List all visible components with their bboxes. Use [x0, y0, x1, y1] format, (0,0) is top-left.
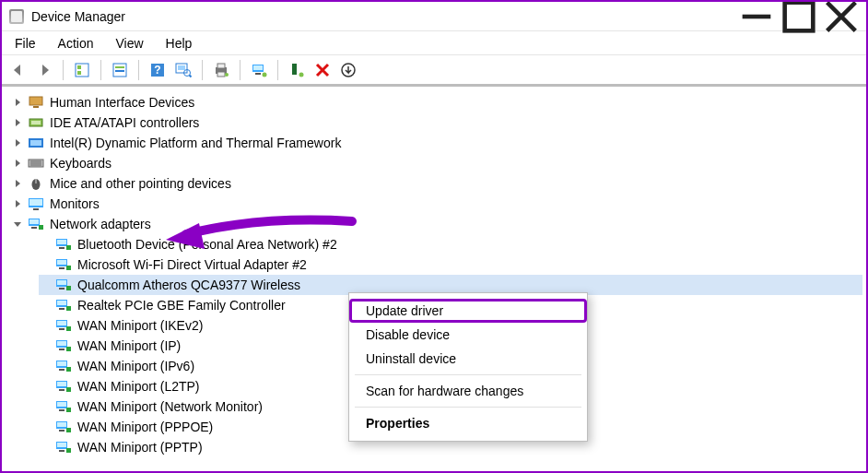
tree-category[interactable]: IDE ATA/ATAPI controllers	[11, 112, 862, 133]
svg-rect-28	[33, 106, 39, 108]
tree-label: Network adapters	[50, 217, 151, 231]
svg-rect-51	[57, 260, 66, 265]
tree-spacer	[39, 258, 52, 271]
svg-rect-57	[66, 286, 71, 290]
show-hide-tree-button[interactable]	[71, 59, 93, 81]
tree-label: WAN Miniport (L2TP)	[77, 379, 200, 394]
tree-category[interactable]: Monitors	[11, 194, 862, 214]
svg-rect-9	[115, 70, 124, 72]
disable-device-icon[interactable]	[337, 59, 359, 81]
svg-text:?: ?	[154, 64, 160, 77]
tree-spacer	[39, 339, 52, 352]
network-adapter-icon	[55, 278, 72, 292]
svg-rect-49	[66, 245, 71, 250]
svg-rect-89	[66, 448, 71, 453]
svg-rect-1	[785, 2, 814, 30]
svg-rect-83	[57, 422, 66, 427]
tree-label: WAN Miniport (IKEv2)	[77, 318, 203, 333]
svg-rect-87	[57, 443, 66, 447]
properties-button[interactable]	[109, 59, 131, 81]
network-adapter-icon	[28, 217, 44, 231]
tree-category-network-adapters[interactable]: Network adapters	[11, 214, 862, 234]
svg-rect-68	[59, 349, 65, 350]
menu-view[interactable]: View	[106, 34, 152, 53]
svg-rect-5	[77, 65, 81, 69]
svg-rect-79	[57, 402, 66, 407]
tree-category[interactable]: Mice and other pointing devices	[11, 173, 862, 194]
network-adapter-icon	[55, 440, 72, 455]
svg-rect-27	[29, 97, 42, 105]
close-button[interactable]	[820, 3, 862, 30]
ctx-uninstall-device[interactable]: Uninstall device	[349, 347, 587, 371]
maximize-button[interactable]	[778, 3, 820, 30]
menu-file[interactable]: File	[6, 34, 45, 53]
titlebar: Device Manager	[2, 2, 866, 31]
tree-label: WAN Miniport (Network Monitor)	[77, 399, 263, 414]
tree-category[interactable]: Keyboards	[11, 153, 862, 173]
tree-spacer	[39, 380, 52, 393]
tree-spacer	[39, 319, 52, 332]
chevron-right-icon[interactable]	[11, 157, 24, 170]
svg-rect-30	[31, 121, 41, 124]
enable-device-icon[interactable]	[286, 59, 308, 81]
print-icon[interactable]	[210, 59, 232, 81]
svg-rect-48	[59, 247, 65, 249]
tree-label: WAN Miniport (IPv6)	[77, 359, 194, 373]
tree-category[interactable]: Intel(R) Dynamic Platform and Thermal Fr…	[11, 133, 862, 153]
svg-point-23	[263, 72, 267, 77]
chevron-down-icon[interactable]	[11, 218, 24, 231]
context-menu: Update driver Disable device Uninstall d…	[348, 292, 588, 442]
svg-rect-17	[217, 64, 225, 68]
intel-icon	[28, 136, 44, 150]
monitor-icon	[28, 196, 44, 211]
tree-label: Mice and other pointing devices	[50, 176, 231, 191]
network-adapter-icon	[55, 399, 72, 414]
svg-rect-71	[57, 361, 66, 366]
tree-label: Intel(R) Dynamic Platform and Thermal Fr…	[50, 136, 341, 150]
uninstall-device-icon[interactable]	[311, 59, 334, 81]
svg-rect-45	[39, 225, 43, 230]
svg-rect-41	[33, 208, 39, 210]
tree-device[interactable]: Microsoft Wi-Fi Direct Virtual Adapter #…	[39, 254, 862, 275]
chevron-right-icon[interactable]	[11, 116, 24, 129]
svg-rect-72	[59, 369, 65, 371]
svg-rect-21	[253, 65, 263, 70]
svg-rect-40	[29, 199, 42, 206]
svg-rect-24	[292, 64, 297, 75]
ctx-separator	[355, 374, 581, 375]
svg-rect-32	[30, 140, 41, 146]
chevron-right-icon[interactable]	[11, 96, 24, 109]
update-driver-icon[interactable]	[248, 59, 270, 81]
svg-rect-88	[59, 450, 65, 452]
minimize-button[interactable]	[735, 3, 778, 30]
help-icon[interactable]: ?	[147, 59, 169, 81]
window-title: Device Manager	[31, 9, 125, 24]
tree-label: WAN Miniport (PPPOE)	[77, 420, 213, 434]
svg-rect-85	[66, 428, 71, 432]
network-adapter-icon	[55, 338, 72, 353]
chevron-right-icon[interactable]	[11, 177, 24, 190]
svg-line-15	[190, 75, 192, 77]
svg-rect-75	[57, 382, 66, 386]
scan-hardware-button[interactable]	[172, 59, 194, 81]
annotation-arrow	[158, 214, 361, 251]
network-adapter-icon	[55, 359, 72, 373]
svg-rect-67	[57, 341, 66, 346]
ctx-properties[interactable]: Properties	[349, 411, 587, 435]
svg-rect-56	[59, 288, 65, 290]
forward-button[interactable]	[33, 59, 55, 81]
back-button[interactable]	[7, 59, 29, 81]
svg-rect-22	[255, 73, 261, 75]
svg-rect-59	[57, 301, 66, 305]
chevron-right-icon[interactable]	[11, 136, 24, 149]
ctx-disable-device[interactable]: Disable device	[349, 323, 587, 347]
ctx-update-driver[interactable]: Update driver	[349, 299, 587, 323]
ctx-scan-hardware[interactable]: Scan for hardware changes	[349, 379, 587, 403]
network-adapter-icon	[55, 237, 72, 252]
chevron-right-icon[interactable]	[11, 197, 24, 210]
menu-help[interactable]: Help	[157, 34, 202, 53]
svg-rect-61	[66, 306, 71, 311]
menu-action[interactable]: Action	[49, 34, 103, 53]
tree-category[interactable]: Human Interface Devices	[11, 92, 862, 112]
svg-rect-43	[29, 219, 39, 224]
